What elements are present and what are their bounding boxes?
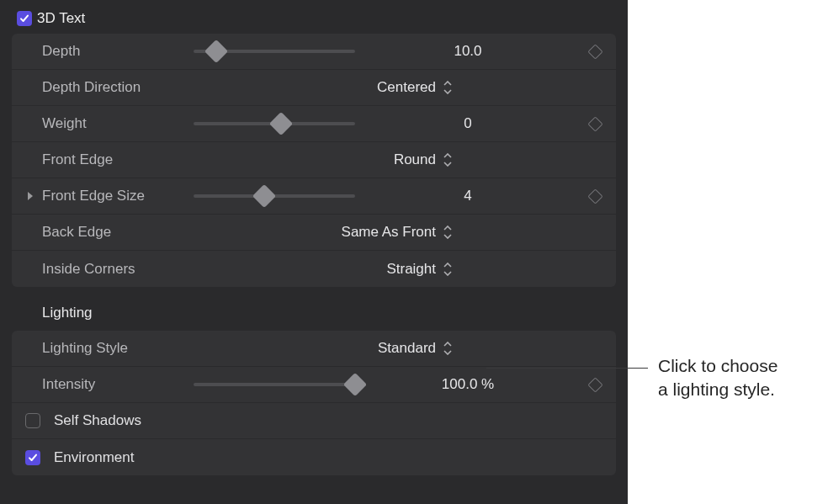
label-back-edge: Back Edge	[42, 224, 194, 241]
stepper-icon	[443, 151, 456, 168]
dropdown-depth-direction[interactable]: Centered	[194, 79, 565, 96]
label-depth-direction: Depth Direction	[42, 79, 194, 96]
value-intensity[interactable]: 100.0 %	[370, 376, 565, 393]
keyframe-intensity[interactable]	[587, 377, 602, 392]
dropdown-value-depth-direction: Centered	[377, 79, 436, 96]
row-depth: Depth 10.0	[12, 34, 616, 70]
section-title-lighting: Lighting	[42, 305, 93, 321]
label-intensity: Intensity	[42, 376, 194, 393]
checkmark-icon	[28, 453, 38, 463]
callout-line2: a lighting style.	[658, 379, 775, 399]
dropdown-value-inside-corners: Straight	[386, 261, 436, 278]
checkmark-icon	[19, 13, 29, 24]
keyframe-depth[interactable]	[587, 44, 602, 59]
keyframe-front-edge-size[interactable]	[587, 188, 602, 204]
row-inside-corners: Inside Corners Straight	[12, 251, 616, 287]
slider-depth[interactable]	[194, 50, 355, 53]
value-depth[interactable]: 10.0	[370, 43, 565, 60]
slider-intensity[interactable]	[194, 383, 355, 386]
slider-thumb-weight[interactable]	[269, 112, 293, 135]
section-title-3d-text: 3D Text	[37, 10, 85, 27]
slider-thumb-depth[interactable]	[204, 40, 228, 63]
slider-weight[interactable]	[194, 122, 355, 125]
slider-thumb-front-edge-size[interactable]	[252, 184, 276, 208]
chevron-right-icon	[25, 190, 34, 202]
row-front-edge: Front Edge Round	[12, 142, 616, 178]
stepper-icon	[443, 224, 456, 241]
label-environment: Environment	[54, 449, 134, 466]
value-weight[interactable]: 0	[370, 115, 565, 132]
row-environment: Environment	[12, 439, 616, 475]
row-front-edge-size: Front Edge Size 4	[12, 178, 616, 215]
dropdown-value-back-edge: Same As Front	[342, 224, 436, 241]
checkbox-self-shadows[interactable]	[25, 413, 40, 428]
slider-front-edge-size[interactable]	[194, 194, 355, 198]
dropdown-value-front-edge: Round	[394, 151, 436, 168]
label-front-edge-size: Front Edge Size	[42, 188, 194, 204]
stepper-icon	[443, 261, 456, 278]
checkbox-environment[interactable]	[25, 450, 40, 465]
checkbox-3d-text[interactable]	[17, 11, 32, 26]
row-lighting-style: Lighting Style Standard	[12, 331, 616, 367]
slider-thumb-intensity[interactable]	[343, 373, 367, 396]
callout-line1: Click to choose	[658, 356, 778, 375]
label-self-shadows: Self Shadows	[54, 412, 141, 429]
group-3d-text: Depth 10.0 Depth Direction Centered Weig…	[12, 34, 616, 287]
dropdown-back-edge[interactable]: Same As Front	[194, 224, 565, 241]
label-inside-corners: Inside Corners	[42, 261, 194, 278]
dropdown-inside-corners[interactable]: Straight	[194, 261, 565, 278]
section-header-3d-text: 3D Text	[0, 3, 628, 34]
stepper-icon	[443, 340, 456, 357]
disclosure-front-edge-size[interactable]	[25, 190, 42, 202]
callout-leader-line	[486, 368, 648, 369]
dropdown-front-edge[interactable]: Round	[194, 151, 565, 168]
label-depth: Depth	[42, 43, 194, 60]
inspector-panel: 3D Text Depth 10.0 Depth Direction Cente…	[0, 0, 628, 504]
row-weight: Weight 0	[12, 106, 616, 142]
label-lighting-style: Lighting Style	[42, 340, 194, 357]
row-intensity: Intensity 100.0 %	[12, 367, 616, 403]
section-header-lighting: Lighting	[0, 295, 628, 331]
row-back-edge: Back Edge Same As Front	[12, 215, 616, 251]
label-front-edge: Front Edge	[42, 151, 194, 168]
dropdown-lighting-style[interactable]: Standard	[194, 340, 565, 357]
row-self-shadows: Self Shadows	[12, 403, 616, 439]
group-lighting: Lighting Style Standard Intensity 100.0 …	[12, 331, 616, 475]
label-weight: Weight	[42, 115, 194, 132]
row-depth-direction: Depth Direction Centered	[12, 70, 616, 106]
keyframe-weight[interactable]	[587, 116, 602, 131]
value-front-edge-size[interactable]: 4	[370, 188, 565, 204]
callout-text: Click to choose a lighting style.	[658, 354, 778, 402]
dropdown-value-lighting-style: Standard	[378, 340, 436, 357]
stepper-icon	[443, 79, 456, 96]
